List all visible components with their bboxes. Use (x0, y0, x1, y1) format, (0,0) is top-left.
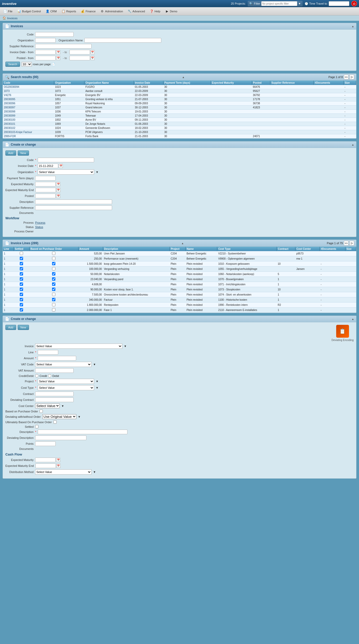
line-link[interactable]: 1 (4, 288, 5, 291)
line-dev-description-input[interactable] (35, 435, 86, 440)
invoice-exp-maturity-cal[interactable]: 📅 (56, 182, 60, 186)
line-link[interactable]: 1 (4, 309, 5, 311)
based-po-checkbox[interactable] (52, 252, 55, 255)
nav-admin[interactable]: ⚙ Administration (98, 8, 125, 14)
create-change-line-collapse[interactable]: ▲ (352, 318, 354, 320)
based-po-checkbox[interactable] (52, 262, 55, 265)
line-cost-type-select[interactable]: Select Value (38, 385, 94, 390)
invoice-exp-maturity-end-cal[interactable]: 📅 (56, 188, 61, 192)
code-link[interactable]: 1073 (4, 90, 9, 92)
debit-radio[interactable] (48, 374, 51, 377)
settled-checkbox[interactable] (20, 267, 23, 270)
workflow-status-link[interactable]: Status (35, 225, 43, 229)
code-link[interactable]: 20030098 (4, 110, 15, 113)
line-description-input[interactable] (38, 430, 127, 434)
line-settled-checkbox[interactable] (35, 425, 38, 428)
settled-checkbox[interactable] (20, 262, 23, 265)
workflow-process-link[interactable]: Process (35, 221, 45, 224)
search-results-collapse[interactable]: ▲ (182, 76, 185, 79)
invoice-date-to-cal[interactable]: 📅 (91, 50, 95, 54)
code-link[interactable]: 20030095 (4, 98, 15, 101)
line-new-button[interactable]: New (18, 325, 29, 330)
line-link[interactable]: 1 (4, 257, 5, 260)
search-page-last[interactable]: |> (350, 75, 354, 79)
power-button[interactable]: ⏻ (351, 1, 357, 6)
invoice-org-select[interactable]: Select Value (38, 169, 94, 175)
code-link[interactable]: OG20030094 (4, 86, 19, 88)
line-link[interactable]: 1 (4, 252, 5, 255)
line-add-button[interactable]: Add (5, 325, 16, 330)
cash-flow-exp-maturity-input[interactable] (35, 458, 56, 462)
posted-to-input[interactable] (69, 56, 90, 60)
line-link[interactable]: 1 (4, 273, 5, 276)
line-project-select[interactable]: Select Value (38, 379, 94, 384)
invoice-supplier-ref-input[interactable] (35, 205, 112, 210)
line-line-input[interactable] (38, 350, 58, 355)
line-vat-code-select[interactable]: Select Value (35, 362, 92, 367)
code-link[interactable]: 20030096 (4, 102, 15, 105)
based-po-checkbox[interactable] (52, 282, 55, 286)
invoice-lines-collapse[interactable]: ▲ (181, 242, 184, 245)
code-input[interactable] (35, 32, 74, 37)
invoice-date-from-input[interactable] (35, 50, 56, 54)
nav-advanced[interactable]: 🔧 Advanced (126, 8, 147, 14)
code-link[interactable]: 20030101 (4, 122, 15, 125)
code-link[interactable]: 20030097 (4, 106, 15, 109)
nav-help[interactable]: ❓ Help (148, 8, 163, 14)
invoice-payment-term-input[interactable] (35, 176, 56, 181)
code-link[interactable]: 20030102 (4, 127, 15, 129)
invoice-date-to-input[interactable] (69, 50, 90, 54)
based-po-checkbox[interactable] (52, 267, 55, 270)
invoices-panel-collapse[interactable]: ▲ (352, 25, 354, 28)
nav-demo[interactable]: ▶ Demo (163, 8, 179, 14)
invoice-exp-maturity-input[interactable] (35, 182, 56, 186)
nav-file[interactable]: 📄 File (1, 8, 15, 14)
posted-to-cal[interactable]: 📅 (91, 56, 95, 60)
based-po-checkbox[interactable] (52, 272, 55, 276)
nav-crm[interactable]: 👤 CRM (43, 8, 59, 14)
settled-checkbox[interactable] (20, 293, 23, 296)
filter-input[interactable] (261, 1, 297, 6)
search-button[interactable]: Search (5, 62, 20, 67)
code-link[interactable]: 20030100 (4, 118, 15, 121)
create-change-invoice-collapse[interactable]: ▲ (352, 143, 354, 146)
line-dev-without-order-select[interactable]: Use Original Value (42, 414, 76, 419)
credit-radio[interactable] (35, 374, 38, 377)
time-travel-input[interactable] (329, 1, 349, 6)
line-points-input[interactable] (35, 441, 56, 446)
settled-checkbox[interactable] (20, 277, 23, 281)
supplier-ref-input[interactable] (35, 44, 92, 49)
line-cost-center-select[interactable]: Select Value (35, 403, 60, 408)
line-contract-input[interactable] (35, 392, 74, 396)
posted-from-input[interactable] (35, 56, 56, 60)
org-name-input[interactable] (84, 38, 161, 43)
settled-checkbox[interactable] (20, 303, 23, 306)
invoice-new-button[interactable]: New (18, 150, 29, 156)
line-link[interactable]: 1 (4, 304, 5, 306)
line-link[interactable]: 1 (4, 262, 5, 265)
invoice-date-form-cal[interactable]: 📅 (59, 164, 63, 168)
line-vat-amount-input[interactable] (35, 368, 74, 373)
code-link[interactable]: 20030099 (4, 114, 15, 117)
line-ultimately-po-checkbox[interactable] (53, 420, 57, 424)
settled-checkbox[interactable] (20, 298, 23, 301)
line-based-po-checkbox[interactable] (39, 410, 43, 413)
invoice-lines-last[interactable]: |> (350, 241, 354, 245)
settled-checkbox[interactable] (20, 272, 23, 276)
based-po-checkbox[interactable] (52, 293, 55, 296)
search-page-next[interactable]: >> (344, 75, 348, 79)
code-link[interactable]: V4276 (4, 94, 11, 97)
org-input[interactable] (35, 38, 56, 43)
invoice-date-form-input[interactable] (38, 164, 58, 168)
cash-flow-exp-maturity-end-input[interactable] (35, 463, 56, 468)
code-link[interactable]: 2999-FOR (4, 135, 16, 138)
line-link[interactable]: 1 (4, 268, 5, 270)
line-link[interactable]: 1 (4, 278, 5, 281)
code-link[interactable]: 20030103-Knipe Factuur (4, 131, 32, 134)
invoice-posted-input[interactable] (35, 194, 56, 198)
cash-flow-exp-maturity-cal[interactable]: 📅 (56, 458, 60, 462)
invoice-posted-cal[interactable]: 📅 (56, 194, 60, 198)
settled-checkbox[interactable] (20, 288, 23, 291)
line-dev-contract-input[interactable] (35, 397, 74, 402)
based-po-checkbox[interactable] (52, 308, 55, 311)
